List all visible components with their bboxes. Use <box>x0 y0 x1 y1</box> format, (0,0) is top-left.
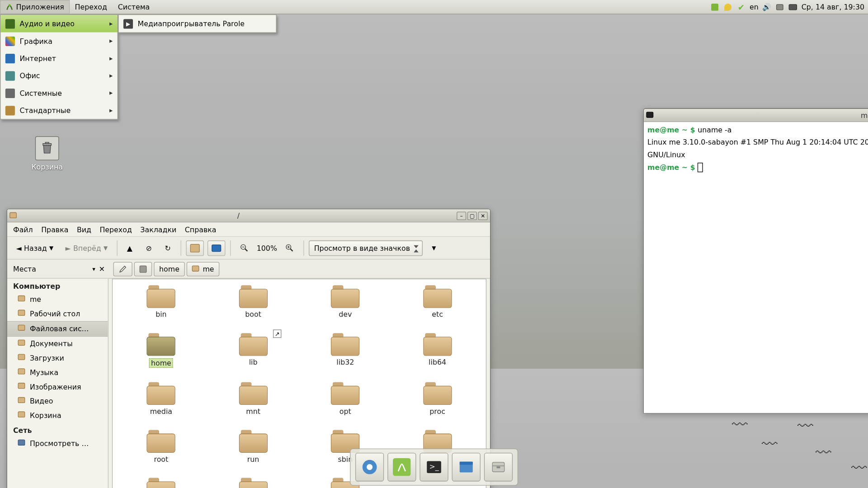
folder-item[interactable]: lib64 <box>392 333 484 368</box>
app-menu-item[interactable]: Системные▸ <box>0 84 117 102</box>
folder-item[interactable]: boot <box>207 285 299 319</box>
panel-tray: ✔ en 🔊 Ср, 14 авг, 19:30 <box>710 0 868 14</box>
computer-button[interactable] <box>207 240 225 255</box>
display-icon[interactable] <box>788 2 798 12</box>
folder-icon <box>423 285 452 308</box>
chevron-down-icon: ▾ <box>92 266 95 272</box>
category-icon <box>5 53 15 63</box>
category-icon <box>5 71 15 80</box>
folder-item[interactable]: ↗lib <box>207 333 299 368</box>
panel-menu-label: Приложения <box>16 3 64 11</box>
zoom-out-button[interactable] <box>235 240 253 255</box>
fm-menu-item[interactable]: Файл <box>13 225 33 234</box>
folder-item[interactable]: tmp <box>115 478 208 488</box>
folder-item[interactable]: proc <box>392 382 484 416</box>
dock-item-terminal[interactable]: >_ <box>420 453 448 482</box>
app-menu-item[interactable]: Аудио и видео▸ <box>0 15 117 32</box>
fm-minimize-button[interactable]: – <box>457 211 466 220</box>
fm-close-button[interactable]: ✕ <box>478 211 488 220</box>
folder-item[interactable]: dev <box>299 285 392 319</box>
sidebar-item[interactable]: Документы <box>7 337 108 351</box>
up-button[interactable]: ▲ <box>122 240 137 255</box>
applications-submenu: ▶ Медиапроигрыватель Parole <box>118 14 277 33</box>
network-icon[interactable] <box>775 2 785 12</box>
chevron-right-icon: ▸ <box>109 37 113 45</box>
panel-clock[interactable]: Ср, 14 авг, 19:30 <box>802 3 864 11</box>
terminal-cursor <box>698 163 703 172</box>
dock-item-files[interactable] <box>452 453 481 482</box>
app-menu-item[interactable]: Интернет▸ <box>0 50 117 67</box>
back-button[interactable]: ◄ Назад ▼ <box>12 240 57 255</box>
panel-menu-applications[interactable]: Приложения <box>0 0 70 14</box>
app-menu-item[interactable]: Стандартные▸ <box>0 102 117 119</box>
pathbar-edit-button[interactable] <box>113 262 132 276</box>
folder-item[interactable]: etc <box>392 285 484 319</box>
app-menu-item[interactable]: Графика▸ <box>0 32 117 49</box>
reload-button[interactable]: ↻ <box>160 240 175 255</box>
folder-icon <box>423 382 452 405</box>
folder-icon <box>18 325 26 333</box>
fm-menu-item[interactable]: Правка <box>41 225 68 234</box>
panel-menu-places[interactable]: Переход <box>70 0 113 14</box>
chevron-right-icon: ▸ <box>109 20 113 28</box>
sidebar-item[interactable]: Рабочий стол <box>7 307 108 321</box>
folder-item[interactable]: lib32 <box>299 333 392 368</box>
panel-menu-system[interactable]: Система <box>113 0 155 14</box>
folder-item[interactable]: home <box>115 333 208 368</box>
sidebar-item[interactable]: Просмотреть … <box>7 436 108 451</box>
folder-item[interactable]: media <box>115 382 208 416</box>
sidebar-item[interactable]: Загрузки <box>7 351 108 366</box>
submenu-item-label: Медиапроигрыватель Parole <box>138 19 245 28</box>
fm-menu-item[interactable]: Вид <box>77 225 91 234</box>
dock-item-sabayon[interactable] <box>387 453 416 482</box>
fm-menu-item[interactable]: Переход <box>99 225 132 234</box>
fm-titlebar[interactable]: / – ▢ ✕ <box>7 209 490 222</box>
sidebar-item[interactable]: Корзина <box>7 408 108 423</box>
check-icon[interactable]: ✔ <box>736 2 746 12</box>
svg-rect-2 <box>45 142 49 144</box>
fm-menu-item[interactable]: Справка <box>185 225 217 234</box>
folder-icon <box>18 296 26 304</box>
shield-icon[interactable] <box>723 2 733 12</box>
chevron-right-icon: ▸ <box>109 89 113 97</box>
volume-icon[interactable]: 🔊 <box>762 2 772 12</box>
pathbar-home[interactable]: home <box>154 262 185 276</box>
term-titlebar[interactable]: me@me:~ – ▢ ✕ <box>644 109 868 122</box>
close-pane-icon[interactable]: ✕ <box>99 265 105 273</box>
folder-item[interactable]: mnt <box>207 382 299 416</box>
places-pane-header[interactable]: Места ▾ ✕ <box>7 265 108 273</box>
sidebar-item[interactable]: Музыка <box>7 366 108 380</box>
folder-icon <box>239 478 267 488</box>
keyboard-lang[interactable]: en <box>750 3 759 11</box>
fm-maximize-button[interactable]: ▢ <box>467 211 477 220</box>
update-icon[interactable] <box>710 2 720 12</box>
folder-item[interactable]: opt <box>299 382 392 416</box>
dock-item-browser[interactable] <box>355 453 384 482</box>
sidebar-item[interactable]: me <box>7 292 108 307</box>
terminal-body[interactable]: me@me ~ $ uname -a Linux me 3.10.0-sabay… <box>644 122 868 413</box>
folder-icon <box>147 430 175 453</box>
category-icon <box>5 36 15 46</box>
fm-toolbar: ◄ Назад ▼ ► Вперёд ▼ ▲ ⊘ ↻ 100% Просмотр… <box>7 237 490 259</box>
sidebar-item[interactable]: Файловая сис… <box>7 321 108 337</box>
stop-button[interactable]: ⊘ <box>141 240 156 255</box>
sidebar-item[interactable]: Видео <box>7 394 108 408</box>
home-button[interactable] <box>186 240 204 255</box>
view-mode-combo[interactable]: Просмотр в виде значков <box>309 240 423 255</box>
pathbar-root[interactable] <box>134 262 152 276</box>
folder-item[interactable]: bin <box>115 285 208 319</box>
desktop-trash[interactable]: Корзина <box>26 136 68 171</box>
pathbar-me[interactable]: me <box>187 262 220 276</box>
folder-item[interactable]: root <box>115 430 208 464</box>
view-mode-quick[interactable]: ▼ <box>426 240 442 255</box>
folder-item[interactable]: run <box>207 430 299 464</box>
app-menu-item[interactable]: Офис▸ <box>0 67 117 84</box>
submenu-item-parole[interactable]: ▶ Медиапроигрыватель Parole <box>118 15 276 32</box>
zoom-in-button[interactable] <box>281 240 299 255</box>
folder-icon <box>331 333 359 356</box>
dock-item-archive[interactable] <box>484 453 513 482</box>
terminal-command: uname -a <box>698 126 731 134</box>
fm-menu-item[interactable]: Закладки <box>140 225 176 234</box>
sidebar-item[interactable]: Изображения <box>7 380 108 394</box>
folder-item[interactable]: usr <box>207 478 299 488</box>
